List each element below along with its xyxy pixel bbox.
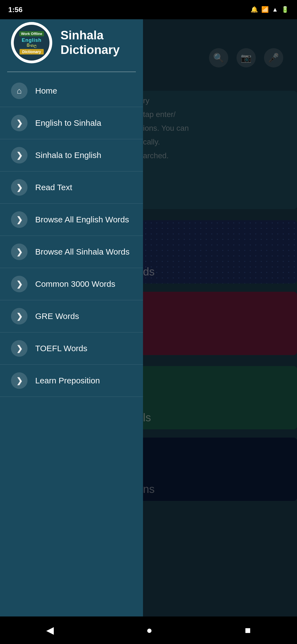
menu-item-browse-all-sinhala[interactable]: ❯ Browse All Sinhala Words xyxy=(0,236,143,268)
arrow-icon-8: ❯ xyxy=(16,344,23,353)
logo-sinhala-text: සිංහල xyxy=(27,43,37,48)
menu-item-home[interactable]: ⌂ Home xyxy=(0,75,143,107)
menu-item-sinhala-to-english[interactable]: ❯ Sinhala to English xyxy=(0,139,143,171)
arrow-icon-5: ❯ xyxy=(16,247,23,256)
battery-icon: 🔋 xyxy=(281,6,289,13)
arrow-icon-wrap-6: ❯ xyxy=(11,276,28,292)
header-divider xyxy=(7,72,136,72)
menu-label-read-text: Read Text xyxy=(35,183,132,192)
menu-label-browse-all-english: Browse All English Words xyxy=(35,215,132,224)
menu-item-read-text[interactable]: ❯ Read Text xyxy=(0,171,143,204)
status-icons: 🔔 📶 ▲ 🔋 xyxy=(251,6,289,13)
logo-dictionary-text: Dictionary xyxy=(20,49,44,54)
menu-label-browse-all-sinhala: Browse All Sinhala Words xyxy=(35,247,132,256)
arrow-icon-1: ❯ xyxy=(16,119,23,128)
menu-item-learn-preposition[interactable]: ❯ Learn Preposition xyxy=(0,365,143,397)
menu-item-common-3000[interactable]: ❯ Common 3000 Words xyxy=(0,268,143,300)
menu-label-sinhala-to-english: Sinhala to English xyxy=(35,151,132,160)
home-icon: ⌂ xyxy=(17,86,22,95)
arrow-icon-wrap-1: ❯ xyxy=(11,115,28,131)
arrow-icon-2: ❯ xyxy=(16,151,23,160)
back-button[interactable]: ◀ xyxy=(35,620,65,640)
arrow-icon-wrap-2: ❯ xyxy=(11,147,28,163)
menu-label-learn-preposition: Learn Preposition xyxy=(35,376,132,385)
home-button[interactable]: ● xyxy=(135,620,163,640)
menu-item-toefl-words[interactable]: ❯ TOEFL Words xyxy=(0,332,143,365)
menu-label-home: Home xyxy=(35,86,132,95)
arrow-icon-wrap-5: ❯ xyxy=(11,244,28,260)
wifi-icon: 📶 xyxy=(261,6,269,13)
home-icon-wrap: ⌂ xyxy=(11,83,28,99)
app-title: SinhalaDictionary xyxy=(61,28,120,57)
status-bar: 1:56 🔔 📶 ▲ 🔋 xyxy=(0,0,297,19)
logo-work-offline-text: Work Offline xyxy=(19,31,44,36)
arrow-icon-3: ❯ xyxy=(16,183,23,192)
signal-icon: ▲ xyxy=(272,6,278,13)
menu-item-english-to-sinhala[interactable]: ❯ English to Sinhala xyxy=(0,107,143,139)
menu-item-gre-words[interactable]: ❯ GRE Words xyxy=(0,300,143,332)
menu-label-toefl-words: TOEFL Words xyxy=(35,344,132,353)
menu-label-gre-words: GRE Words xyxy=(35,312,132,321)
menu-label-english-to-sinhala: English to Sinhala xyxy=(35,118,132,128)
bottom-nav-bar: ◀ ● ■ xyxy=(0,616,297,644)
arrow-icon-wrap-9: ❯ xyxy=(11,372,28,389)
arrow-icon-4: ❯ xyxy=(16,215,23,224)
arrow-icon-7: ❯ xyxy=(16,312,23,321)
arrow-icon-6: ❯ xyxy=(16,280,23,289)
recents-button[interactable]: ■ xyxy=(234,620,262,640)
arrow-icon-wrap-8: ❯ xyxy=(11,340,28,357)
notification-icon: 🔔 xyxy=(251,6,258,13)
arrow-icon-wrap-4: ❯ xyxy=(11,211,28,228)
logo-english-text: English xyxy=(22,37,42,43)
arrow-icon-9: ❯ xyxy=(16,376,23,385)
menu-label-common-3000: Common 3000 Words xyxy=(35,279,132,289)
menu-list: ⌂ Home ❯ English to Sinhala ❯ Sinhala to… xyxy=(0,75,143,397)
app-logo: Work Offline English සිංහල Dictionary xyxy=(11,22,52,63)
arrow-icon-wrap-3: ❯ xyxy=(11,179,28,196)
navigation-drawer: Work Offline English සිංහල Dictionary Si… xyxy=(0,0,143,644)
arrow-icon-wrap-7: ❯ xyxy=(11,308,28,324)
menu-item-browse-all-english[interactable]: ❯ Browse All English Words xyxy=(0,204,143,236)
status-time: 1:56 xyxy=(8,6,23,14)
